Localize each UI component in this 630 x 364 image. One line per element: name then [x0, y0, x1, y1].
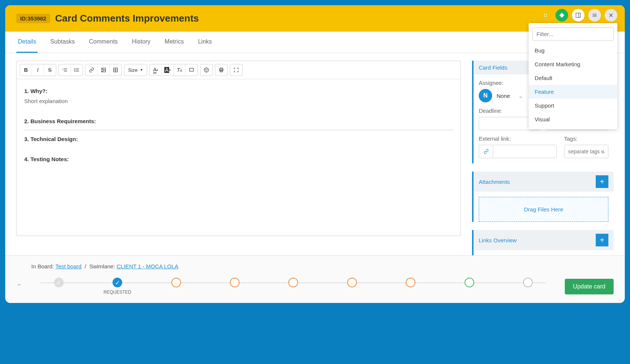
step[interactable]	[205, 278, 264, 296]
italic-button[interactable]: I	[32, 64, 44, 76]
type-dropdown: Bug Content Marketing Default Feature Su…	[529, 23, 617, 129]
svg-rect-4	[576, 13, 580, 17]
dropdown-item[interactable]: Content Marketing	[529, 57, 617, 71]
tab-links[interactable]: Links	[196, 32, 213, 53]
layout-icon[interactable]	[572, 9, 585, 22]
svg-text:2: 2	[62, 69, 63, 71]
workflow-steps: ✓ ✓REQUESTED	[29, 278, 557, 296]
image-button[interactable]	[98, 64, 110, 76]
svg-rect-27	[190, 68, 194, 71]
menu-icon[interactable]	[588, 9, 601, 22]
svg-point-29	[204, 68, 209, 72]
editor-line: 3. Technical Design:	[24, 134, 453, 144]
tab-details[interactable]: Details	[16, 32, 38, 53]
add-attachment-button[interactable]: +	[596, 175, 608, 188]
panel-title: Card Fields	[479, 64, 507, 71]
dropdown-item[interactable]: Bug	[529, 44, 617, 57]
svg-point-23	[102, 69, 103, 70]
chevron-down-icon: ⌄	[518, 92, 523, 99]
breadcrumb: In Board: Test board / Swimlane: CLIENT …	[16, 260, 614, 272]
svg-point-0	[544, 14, 545, 15]
palette-icon[interactable]	[539, 9, 552, 22]
code-button[interactable]	[186, 64, 197, 76]
dropdown-item[interactable]: Visual	[529, 112, 617, 126]
step[interactable]	[382, 278, 440, 296]
file-dropzone[interactable]: Drag Files Here	[479, 197, 608, 222]
svg-point-31	[207, 69, 207, 70]
step[interactable]	[264, 278, 323, 296]
svg-point-2	[544, 16, 545, 17]
svg-point-30	[206, 69, 206, 70]
svg-point-21	[75, 71, 75, 71]
step-requested[interactable]: ✓REQUESTED	[88, 278, 146, 296]
tab-metrics[interactable]: Metrics	[163, 32, 186, 53]
fullscreen-button[interactable]	[230, 64, 242, 76]
svg-point-19	[75, 68, 75, 69]
dropdown-filter-input[interactable]	[532, 28, 614, 41]
add-link-button[interactable]: +	[596, 234, 608, 246]
description-editor: B I S 12 Size▼	[16, 61, 461, 236]
step[interactable]	[147, 278, 205, 296]
tab-subtasks[interactable]: Subtasks	[49, 32, 76, 53]
svg-point-1	[546, 14, 547, 15]
tab-comments[interactable]: Comments	[88, 32, 119, 53]
editor-line: 1. Why?:	[24, 86, 453, 96]
attachments-panel: Attachments + Drag Files Here	[472, 172, 614, 222]
step[interactable]	[323, 278, 381, 296]
close-icon[interactable]	[605, 9, 617, 22]
swimlane-link[interactable]: CLIENT 1 - MOCA LOLA	[117, 263, 178, 269]
svg-point-3	[546, 16, 547, 17]
editor-line: Short explanation	[24, 96, 453, 106]
text-color-button[interactable]: A▾	[150, 64, 162, 76]
card-modal: Bug Content Marketing Default Feature Su…	[5, 5, 625, 303]
panel-title: Links Overview	[479, 237, 517, 243]
assignee-value: None	[497, 93, 510, 99]
top-icon-bar	[539, 9, 617, 22]
bold-button[interactable]: B	[20, 64, 32, 76]
print-button[interactable]	[215, 64, 227, 76]
extlink-label: External link:	[479, 135, 557, 142]
tab-history[interactable]: History	[130, 32, 152, 53]
ol-button[interactable]: 12	[59, 64, 71, 76]
step[interactable]	[440, 278, 498, 296]
table-button[interactable]	[110, 64, 121, 76]
editor-toolbar: B I S 12 Size▼	[17, 61, 460, 79]
link-button[interactable]	[86, 64, 98, 76]
editor-line: 4. Testing Notes:	[24, 154, 453, 164]
bg-color-button[interactable]: A▾	[162, 64, 174, 76]
card-footer: In Board: Test board / Swimlane: CLIENT …	[5, 255, 625, 303]
dropdown-item[interactable]: Default	[529, 71, 617, 85]
step[interactable]	[498, 278, 557, 296]
update-card-button[interactable]: Update card	[565, 279, 614, 294]
dropdown-item[interactable]: Feature	[529, 85, 617, 99]
board-link[interactable]: Test board	[56, 263, 82, 269]
dropdown-item[interactable]: Support	[529, 99, 617, 112]
editor-line: 2. Business Requirements:	[24, 116, 453, 126]
avatar: N	[479, 89, 492, 102]
panel-title: Attachments	[479, 179, 510, 185]
collapse-arrow-icon[interactable]: ⌃	[16, 282, 22, 291]
id-badge: ID:353982	[16, 14, 50, 23]
extlink-input[interactable]	[493, 145, 557, 158]
size-dropdown[interactable]: Size▼	[124, 64, 147, 76]
clear-format-button[interactable]: Tx	[174, 64, 186, 76]
strike-button[interactable]: S	[44, 64, 56, 76]
tags-input[interactable]	[564, 145, 608, 158]
link-icon[interactable]	[479, 145, 493, 158]
card-title[interactable]: Card Comments Improvements	[55, 13, 199, 24]
svg-point-20	[75, 70, 75, 70]
editor-divider	[24, 130, 453, 130]
ul-button[interactable]	[71, 64, 83, 76]
priority-icon[interactable]	[555, 9, 568, 22]
emoji-button[interactable]	[200, 64, 212, 76]
tags-label: Tags:	[564, 135, 608, 142]
step-done[interactable]: ✓	[29, 278, 88, 296]
editor-content[interactable]: 1. Why?: Short explanation 2. Business R…	[17, 79, 460, 236]
